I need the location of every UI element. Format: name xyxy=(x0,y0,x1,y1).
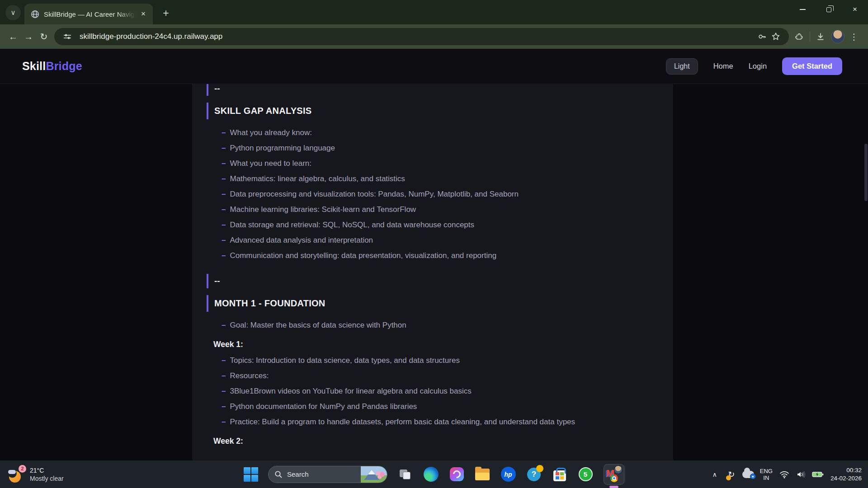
tab-search-button[interactable]: ∨ xyxy=(5,5,21,20)
window-restore-button[interactable] xyxy=(816,0,842,19)
language-switcher[interactable]: ENG IN xyxy=(758,468,774,481)
url-text[interactable]: skillbridge-production-24c4.up.railway.a… xyxy=(80,32,755,41)
microsoft-store-button[interactable] xyxy=(552,466,568,483)
list-item: –Goal: Master the basics of data science… xyxy=(222,321,673,330)
tab-title: SkillBridge — AI Career Navigat xyxy=(44,10,138,18)
search-daily-image xyxy=(361,466,387,483)
update-pending-icon[interactable]: ↻ xyxy=(725,465,738,483)
clock-widget[interactable]: 00:32 24-02-2026 xyxy=(830,466,862,483)
hp-app-button[interactable]: hp xyxy=(500,466,516,483)
item-text: Mathematics: linear algebra, calculus, a… xyxy=(230,174,405,183)
item-text: Communication and storytelling: data pre… xyxy=(230,251,496,260)
week-block: Week 1: xyxy=(213,340,673,349)
item-text: Practice: Build a program to handle data… xyxy=(230,418,575,427)
browser-tab[interactable]: SkillBridge — AI Career Navigat × xyxy=(24,4,153,24)
profile-avatar[interactable] xyxy=(831,30,844,43)
page-viewport: --SKILL GAP ANALYSIS–What you already kn… xyxy=(0,84,868,460)
window-close-button[interactable]: × xyxy=(842,0,868,19)
whatsapp-button[interactable]: 5 xyxy=(577,466,594,483)
item-dash: – xyxy=(222,402,226,411)
item-dash: – xyxy=(222,144,226,153)
volume-icon[interactable] xyxy=(794,465,808,483)
task-view-button[interactable] xyxy=(397,466,413,483)
list-item: –Resources: xyxy=(222,371,673,380)
item-dash: – xyxy=(222,356,226,365)
scrollbar-thumb[interactable] xyxy=(864,144,868,201)
site-settings-icon[interactable] xyxy=(61,30,74,43)
weather-temp: 21°C xyxy=(30,466,64,474)
get-help-button[interactable]: ? xyxy=(526,466,542,483)
list-item: –Communication and storytelling: data pr… xyxy=(222,251,673,260)
address-bar[interactable]: skillbridge-production-24c4.up.railway.a… xyxy=(54,28,789,45)
nav-link-home[interactable]: Home xyxy=(713,62,733,70)
browser-tab-strip: ∨ SkillBridge — AI Career Navigat × + × xyxy=(0,0,868,24)
browser-toolbar: ← → ↻ skillbridge-production-24c4.up.rai… xyxy=(0,24,868,49)
search-label: Search xyxy=(287,470,361,478)
list-item: –Mathematics: linear algebra, calculus, … xyxy=(222,174,673,183)
copilot-button[interactable] xyxy=(448,466,465,483)
tray-date: 24-02-2026 xyxy=(830,474,862,483)
list-item: –Data storage and retrieval: SQL, NoSQL,… xyxy=(222,221,673,230)
chrome-gmail-active-button[interactable]: M xyxy=(603,466,625,483)
window-minimize-button[interactable] xyxy=(789,0,816,19)
list-item: –What you already know: xyxy=(222,128,673,137)
item-dash: – xyxy=(222,205,226,214)
item-dash: – xyxy=(222,221,226,230)
weather-widget[interactable]: 2 21°C Mostly clear xyxy=(8,460,64,488)
list-item: –Topics: Introduction to data science, d… xyxy=(222,356,673,365)
item-dash: – xyxy=(222,128,226,137)
weather-badge: 2 xyxy=(19,465,26,473)
back-button[interactable]: ← xyxy=(5,29,21,44)
store-icon xyxy=(553,470,566,481)
item-text: What you already know: xyxy=(230,128,311,137)
hp-icon: hp xyxy=(501,467,516,482)
wifi-icon[interactable] xyxy=(778,465,791,483)
system-tray: ∧ ↻ ● ENG IN xyxy=(708,460,868,488)
cloud-sync-icon[interactable]: ● xyxy=(741,465,755,483)
edge-button[interactable] xyxy=(423,466,439,483)
list-item: –Practice: Build a program to handle dat… xyxy=(222,418,673,427)
item-text: Python documentation for NumPy and Panda… xyxy=(230,402,417,411)
item-text: Machine learning libraries: Scikit-learn… xyxy=(230,205,416,214)
list-item: –What you need to learn: xyxy=(222,159,673,168)
reload-button[interactable]: ↻ xyxy=(36,29,52,44)
taskbar-search[interactable]: Search xyxy=(268,466,387,483)
get-started-button[interactable]: Get Started xyxy=(782,57,842,75)
new-tab-button[interactable]: + xyxy=(159,6,173,20)
password-key-icon[interactable] xyxy=(755,30,769,43)
item-text: Data preprocessing and visualization too… xyxy=(230,190,519,199)
list-item: –Machine learning libraries: Scikit-lear… xyxy=(222,205,673,214)
item-text: Topics: Introduction to data science, da… xyxy=(230,356,459,365)
content-blocks: --SKILL GAP ANALYSIS–What you already kn… xyxy=(192,84,673,446)
toolbar-divider xyxy=(810,32,810,42)
item-text: 3Blue1Brown videos on YouTube for linear… xyxy=(230,387,471,396)
item-text: Python programming language xyxy=(230,144,335,153)
downloads-icon[interactable] xyxy=(814,30,827,43)
site-logo[interactable]: SkillBridge xyxy=(22,60,82,73)
restore-icon xyxy=(826,7,831,12)
roadmap-panel: --SKILL GAP ANALYSIS–What you already kn… xyxy=(192,84,673,460)
file-explorer-button[interactable] xyxy=(474,466,491,483)
browser-menu-icon[interactable]: ⋮ xyxy=(848,32,860,42)
week-block: Week 2: xyxy=(213,436,673,446)
weather-condition: Mostly clear xyxy=(30,474,64,483)
bookmark-star-icon[interactable] xyxy=(769,30,783,43)
tab-close-icon[interactable]: × xyxy=(138,9,148,19)
nav-link-login[interactable]: Login xyxy=(749,62,767,70)
active-app-indicator xyxy=(609,486,618,488)
extensions-icon[interactable] xyxy=(793,30,806,43)
forward-button[interactable]: → xyxy=(21,29,36,44)
battery-charging-icon[interactable] xyxy=(811,465,825,483)
tray-time: 00:32 xyxy=(830,466,862,474)
whatsapp-icon: 5 xyxy=(579,467,593,481)
chrome-gmail-icon: M xyxy=(604,464,624,485)
start-button[interactable] xyxy=(243,467,259,482)
site-header: SkillBridge Light Home Login Get Started xyxy=(0,49,868,84)
item-dash: – xyxy=(222,321,226,330)
heading-block: MONTH 1 - FOUNDATION xyxy=(207,295,673,312)
hidden-icons-chevron[interactable]: ∧ xyxy=(708,465,722,483)
folder-icon xyxy=(475,469,490,480)
item-text: Resources: xyxy=(230,371,269,380)
quote-block: -- xyxy=(207,84,673,96)
theme-toggle-button[interactable]: Light xyxy=(666,58,698,75)
